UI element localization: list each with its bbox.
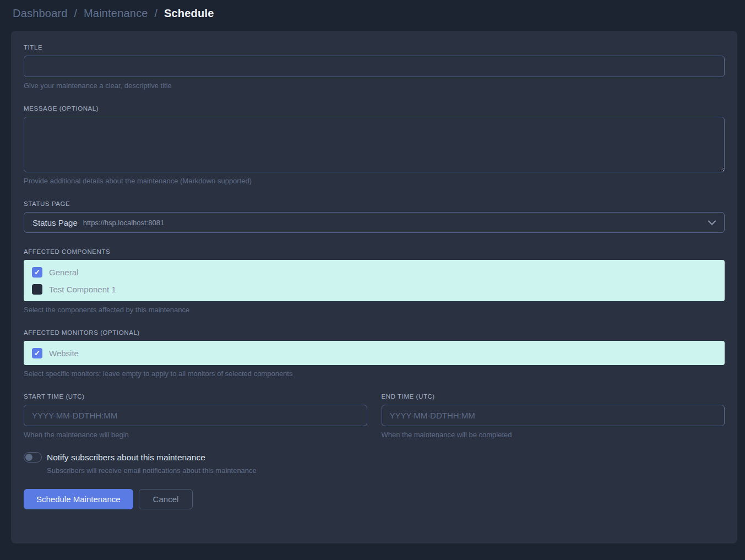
start-time-input[interactable] [24,405,367,426]
checkbox-general[interactable]: ✓ [32,267,42,278]
message-helper-text: Provide additional details about the mai… [24,177,725,185]
start-time-label: START TIME (UTC) [24,393,367,400]
status-page-selected-url: https://hsp.localhost:8081 [83,219,164,227]
component-option-test-component-1[interactable]: ✓ Test Component 1 [32,282,716,296]
affected-monitors-field-group: AFFECTED MONITORS (OPTIONAL) ✓ Website S… [24,329,725,378]
message-textarea[interactable] [24,117,725,172]
end-time-field-group: END TIME (UTC) When the maintenance will… [382,393,725,439]
notify-toggle-label[interactable]: Notify subscribers about this maintenanc… [47,453,205,463]
time-fields-row: START TIME (UTC) When the maintenance wi… [24,393,725,439]
start-time-field-group: START TIME (UTC) When the maintenance wi… [24,393,367,439]
monitor-option-website[interactable]: ✓ Website [32,346,716,360]
notify-helper-text: Subscribers will receive email notificat… [47,466,725,475]
affected-monitors-label: AFFECTED MONITORS (OPTIONAL) [24,329,725,336]
start-time-helper-text: When the maintenance will begin [24,431,367,439]
breadcrumb-current-schedule: Schedule [164,7,214,19]
status-page-field-group: STATUS PAGE Status Page https://hsp.loca… [24,200,725,233]
breadcrumb-separator: / [74,7,77,19]
component-option-general[interactable]: ✓ General [32,265,716,279]
status-page-select[interactable]: Status Page https://hsp.localhost:8081 [24,212,725,233]
chevron-down-icon [708,220,716,225]
affected-monitors-helper-text: Select specific monitors; leave empty to… [24,369,725,378]
message-field-group: MESSAGE (OPTIONAL) Provide additional de… [24,105,725,185]
monitor-option-label: Website [49,349,79,358]
check-icon: ✓ [34,269,40,276]
title-field-group: TITLE Give your maintenance a clear, des… [24,44,725,90]
breadcrumb: Dashboard / Maintenance / Schedule [13,7,732,20]
status-page-selected-name: Status Page [32,218,78,227]
component-option-label: General [49,268,78,277]
affected-components-helper-text: Select the components affected by this m… [24,306,725,314]
end-time-input[interactable] [382,405,725,426]
breadcrumb-dashboard[interactable]: Dashboard [13,7,68,19]
affected-components-field-group: AFFECTED COMPONENTS ✓ General ✓ Test Com… [24,248,725,314]
form-actions: Schedule Maintenance Cancel [24,489,725,509]
end-time-label: END TIME (UTC) [382,393,725,400]
notify-toggle-group: Notify subscribers about this maintenanc… [24,452,725,475]
component-option-label: Test Component 1 [49,285,116,294]
checkbox-website[interactable]: ✓ [32,348,42,358]
title-input[interactable] [24,56,725,77]
end-time-helper-text: When the maintenance will be completed [382,431,725,439]
affected-components-label: AFFECTED COMPONENTS [24,248,725,255]
maintenance-form-card: TITLE Give your maintenance a clear, des… [11,31,737,543]
title-label: TITLE [24,44,725,51]
message-label: MESSAGE (OPTIONAL) [24,105,725,112]
schedule-maintenance-button[interactable]: Schedule Maintenance [24,489,133,509]
status-page-label: STATUS PAGE [24,200,725,207]
affected-monitors-panel: ✓ Website [24,341,725,365]
cancel-button[interactable]: Cancel [139,489,193,509]
breadcrumb-maintenance[interactable]: Maintenance [84,7,148,19]
toggle-knob [25,454,32,461]
affected-components-panel: ✓ General ✓ Test Component 1 [24,260,725,301]
title-helper-text: Give your maintenance a clear, descripti… [24,81,725,90]
top-header-bar: Dashboard / Maintenance / Schedule [0,0,745,26]
breadcrumb-separator: / [154,7,157,19]
check-icon: ✓ [34,350,40,357]
notify-toggle[interactable] [24,452,42,463]
checkbox-test-component-1[interactable]: ✓ [32,284,42,295]
